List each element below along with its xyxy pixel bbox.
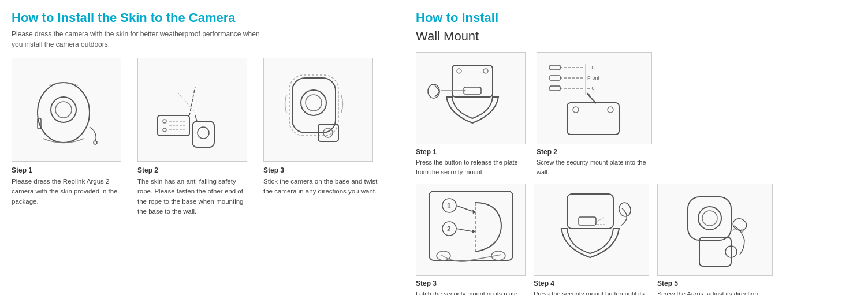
svg-rect-31 <box>550 76 560 80</box>
svg-point-27 <box>428 84 439 98</box>
wall-step-4: Step 4 Press the security mount button u… <box>534 184 649 295</box>
left-description: Please dress the camera with the skin fo… <box>12 29 392 50</box>
wall-step-3-image: 1 2 <box>416 184 526 276</box>
svg-line-46 <box>456 206 472 211</box>
skin-step-3: Step 3 Stick the camera on the base and … <box>263 58 379 216</box>
wall-step-3-text: Latch the security mount on its plate. (… <box>416 289 523 295</box>
svg-rect-18 <box>289 75 338 136</box>
skin-step-2-image <box>137 58 247 162</box>
svg-point-1 <box>51 97 76 122</box>
wall-step-2-image: – 0 Front – 0 <box>537 52 652 144</box>
wall-step-1: Step 1 Press the button to release the p… <box>416 52 528 177</box>
wall-step-5-label: Step 5 <box>657 279 773 287</box>
svg-text:Front: Front <box>587 75 600 81</box>
skin-step-2: Step 2 The skin has an anti-falling safe… <box>137 58 253 216</box>
wall-step-3-label: Step 3 <box>416 279 526 287</box>
wall-mount-section: How to Install Wall Mount <box>404 0 868 295</box>
skin-step-2-label: Step 2 <box>137 166 253 174</box>
skin-install-section: How to Install the Skin to the Camera Pl… <box>0 0 404 295</box>
skin-step-3-image <box>263 58 373 162</box>
svg-text:– 0: – 0 <box>587 85 595 91</box>
svg-text:2: 2 <box>447 225 451 233</box>
svg-point-64 <box>702 211 717 226</box>
wall-step-1-image <box>416 52 526 144</box>
svg-rect-22 <box>464 87 481 94</box>
svg-point-57 <box>617 201 632 217</box>
svg-text:– 0: – 0 <box>587 65 595 70</box>
skin-step-1-label: Step 1 <box>12 166 127 174</box>
svg-point-23 <box>457 69 461 73</box>
wall-step-5: Step 5 Screw the Argus, adjust its direc… <box>657 184 773 295</box>
wall-step-3: 1 2 <box>416 184 526 295</box>
wall-step-1-label: Step 1 <box>416 148 528 156</box>
svg-point-12 <box>198 127 209 139</box>
svg-rect-43 <box>429 191 513 260</box>
svg-point-41 <box>608 107 613 113</box>
svg-point-6 <box>163 120 166 123</box>
right-title: How to Install <box>416 10 856 25</box>
wall-step-5-image <box>657 184 773 276</box>
svg-line-58 <box>597 217 605 221</box>
svg-rect-28 <box>550 65 560 70</box>
left-title: How to Install the Skin to the Camera <box>12 10 392 25</box>
svg-line-50 <box>456 229 472 231</box>
svg-rect-55 <box>567 194 613 229</box>
svg-point-17 <box>306 95 322 111</box>
svg-rect-60 <box>699 237 731 266</box>
skin-steps-row: Step 1 Please dress the Reolink Argus 2 … <box>12 58 392 216</box>
svg-line-13 <box>178 92 195 113</box>
wall-step-2: – 0 Front – 0 <box>537 52 652 177</box>
svg-rect-62 <box>688 197 731 240</box>
wall-step-4-image <box>534 184 649 276</box>
wall-step-1-text: Press the button to release the plate fr… <box>416 158 528 177</box>
wall-step-4-text: Press the security mount button until it… <box>534 289 646 295</box>
svg-marker-26 <box>463 89 466 92</box>
wall-step-2-label: Step 2 <box>537 148 652 156</box>
svg-point-2 <box>55 102 72 118</box>
svg-point-40 <box>573 107 579 113</box>
svg-point-7 <box>163 128 166 132</box>
svg-rect-21 <box>452 65 493 97</box>
skin-step-3-label: Step 3 <box>263 166 379 174</box>
svg-rect-56 <box>579 217 596 225</box>
skin-step-1-text: Please dress the Reolink Argus 2 camera … <box>12 177 127 207</box>
skin-step-3-text: Stick the camera on the base and twist t… <box>263 177 379 197</box>
skin-step-1-image <box>12 58 121 162</box>
wall-step-2-text: Screw the security mount plate into the … <box>537 158 649 177</box>
svg-rect-39 <box>567 103 619 135</box>
right-subtitle: Wall Mount <box>416 29 856 44</box>
wall-step-5-text: Screw the Argus, adjust its direction an… <box>657 289 770 295</box>
svg-point-53 <box>437 251 450 260</box>
svg-point-63 <box>698 207 721 230</box>
skin-step-2-text: The skin has an anti-falling safety rope… <box>137 177 253 216</box>
skin-step-1: Step 1 Please dress the Reolink Argus 2 … <box>12 58 127 216</box>
svg-rect-33 <box>550 86 560 91</box>
svg-text:1: 1 <box>447 202 451 210</box>
svg-point-24 <box>483 69 488 73</box>
wall-step-4-label: Step 4 <box>534 279 649 287</box>
svg-line-14 <box>195 115 197 121</box>
svg-point-0 <box>38 83 90 143</box>
svg-point-16 <box>301 90 326 115</box>
svg-rect-11 <box>192 121 214 147</box>
